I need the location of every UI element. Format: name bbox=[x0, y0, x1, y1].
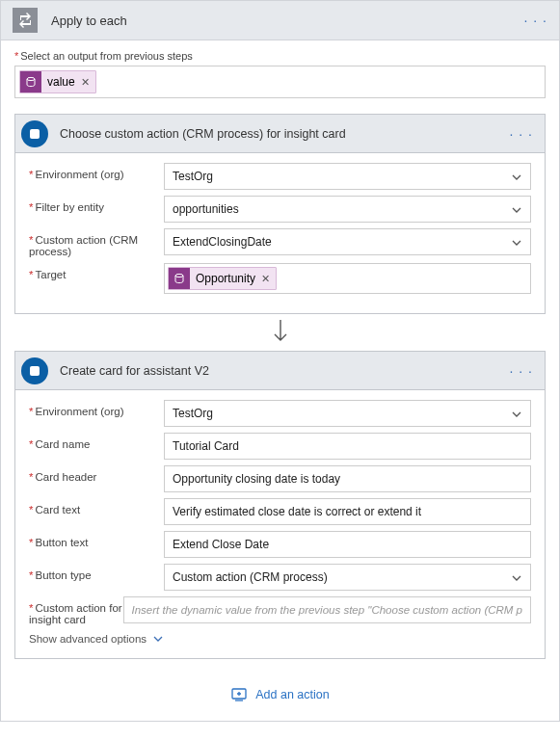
apply-to-each-header[interactable]: Apply to each · · · bbox=[0, 0, 560, 40]
choose-custom-action-title: Choose custom action (CRM process) for i… bbox=[60, 127, 510, 141]
data-icon bbox=[169, 268, 190, 289]
opportunity-pill[interactable]: Opportunity ✕ bbox=[168, 267, 277, 290]
card-header-input[interactable]: Opportunity closing date is today bbox=[164, 465, 531, 492]
card-header-label: *Card header bbox=[29, 465, 164, 483]
filter-entity-select[interactable]: opportunities bbox=[164, 196, 531, 223]
chevron-down-icon bbox=[152, 633, 164, 645]
apply-to-each-body: *Select an output from previous steps va… bbox=[0, 40, 560, 722]
target-field[interactable]: Opportunity ✕ bbox=[164, 263, 531, 294]
button-type-select[interactable]: Custom action (CRM process) bbox=[164, 564, 531, 591]
value-pill[interactable]: value ✕ bbox=[19, 70, 96, 93]
svg-point-0 bbox=[27, 77, 35, 80]
button-type-label: *Button type bbox=[29, 564, 164, 581]
button-text-input[interactable]: Extend Close Date bbox=[164, 531, 531, 558]
select-output-field[interactable]: value ✕ bbox=[14, 66, 546, 98]
custom-action-insight-input[interactable]: Insert the dynamic value from the previo… bbox=[123, 596, 531, 623]
pill-remove-icon[interactable]: ✕ bbox=[81, 76, 90, 89]
chevron-down-icon bbox=[511, 172, 522, 183]
more-menu-button[interactable]: · · · bbox=[524, 13, 547, 28]
chevron-down-icon bbox=[511, 204, 522, 216]
create-card-assistant-header[interactable]: Create card for assistant V2 · · · bbox=[15, 352, 545, 390]
target-label: *Target bbox=[29, 263, 164, 280]
card-name-label: *Card name bbox=[29, 433, 164, 450]
crm-icon bbox=[21, 120, 48, 147]
card-text-input[interactable]: Verify estimated close date is correct o… bbox=[164, 498, 531, 525]
custom-action-label: *Custom action (CRM process) bbox=[29, 228, 164, 257]
add-action-icon bbox=[230, 686, 248, 703]
show-advanced-options[interactable]: Show advanced options bbox=[29, 633, 531, 645]
choose-custom-action-header[interactable]: Choose custom action (CRM process) for i… bbox=[15, 115, 545, 153]
filter-entity-label: *Filter by entity bbox=[29, 196, 164, 213]
add-action-button[interactable]: Add an action bbox=[14, 686, 546, 703]
chevron-down-icon bbox=[511, 237, 522, 249]
custom-action-select[interactable]: ExtendClosingDate bbox=[164, 228, 531, 255]
select-output-label: *Select an output from previous steps bbox=[14, 50, 546, 62]
environment-label: *Environment (org) bbox=[29, 163, 164, 180]
data-icon bbox=[20, 71, 41, 92]
chevron-down-icon bbox=[511, 409, 522, 420]
create-card-assistant-body: *Environment (org) TestOrg *Card name Tu… bbox=[15, 390, 545, 658]
environment-label: *Environment (org) bbox=[29, 400, 164, 417]
create-card-assistant-card: Create card for assistant V2 · · · *Envi… bbox=[14, 351, 546, 659]
create-card-assistant-title: Create card for assistant V2 bbox=[60, 364, 510, 378]
button-text-label: *Button text bbox=[29, 531, 164, 548]
flow-arrow bbox=[14, 320, 546, 345]
chevron-down-icon bbox=[511, 572, 522, 584]
pill-label: Opportunity bbox=[196, 272, 255, 285]
pill-label: value bbox=[47, 75, 75, 89]
custom-action-insight-label: *Custom action for insight card bbox=[29, 596, 123, 625]
pill-remove-icon[interactable]: ✕ bbox=[261, 273, 270, 285]
card-text-label: *Card text bbox=[29, 498, 164, 515]
choose-custom-action-card: Choose custom action (CRM process) for i… bbox=[14, 114, 546, 314]
environment-select[interactable]: TestOrg bbox=[164, 163, 531, 190]
choose-custom-action-body: *Environment (org) TestOrg *Filter by en… bbox=[15, 153, 545, 313]
add-action-label: Add an action bbox=[255, 688, 329, 701]
loop-icon bbox=[13, 8, 38, 33]
environment-select[interactable]: TestOrg bbox=[164, 400, 531, 427]
apply-to-each-title: Apply to each bbox=[51, 13, 524, 28]
svg-point-1 bbox=[175, 274, 183, 277]
crm-icon bbox=[21, 357, 48, 384]
more-menu-button[interactable]: · · · bbox=[510, 363, 533, 379]
more-menu-button[interactable]: · · · bbox=[510, 126, 533, 142]
card-name-input[interactable]: Tutorial Card bbox=[164, 433, 531, 460]
